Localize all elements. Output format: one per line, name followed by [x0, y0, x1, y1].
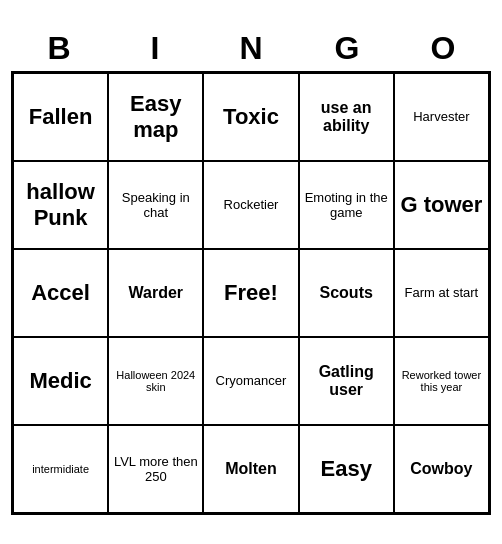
cell-text-r2-c1: Warder	[129, 284, 184, 302]
cell-r1-c4: G tower	[394, 161, 489, 249]
cell-text-r3-c0: Medic	[29, 368, 91, 394]
cell-r4-c2: Molten	[203, 425, 298, 513]
cell-r3-c2: Cryomancer	[203, 337, 298, 425]
cell-text-r0-c2: Toxic	[223, 104, 279, 130]
cell-text-r1-c0: hallow Punk	[18, 179, 103, 231]
cell-text-r3-c2: Cryomancer	[216, 373, 287, 388]
cell-r2-c4: Farm at start	[394, 249, 489, 337]
cell-text-r4-c3: Easy	[321, 456, 372, 482]
cell-text-r4-c2: Molten	[225, 460, 277, 478]
cell-text-r3-c4: Reworked tower this year	[399, 369, 484, 393]
cell-text-r2-c2: Free!	[224, 280, 278, 306]
cell-r3-c4: Reworked tower this year	[394, 337, 489, 425]
cell-r0-c4: Harvester	[394, 73, 489, 161]
cell-r2-c1: Warder	[108, 249, 203, 337]
cell-r3-c1: Halloween 2024 skin	[108, 337, 203, 425]
cell-r0-c1: Easy map	[108, 73, 203, 161]
header-n: N	[207, 30, 295, 67]
cell-text-r1-c4: G tower	[400, 192, 482, 218]
cell-r1-c1: Speaking in chat	[108, 161, 203, 249]
cell-text-r0-c4: Harvester	[413, 109, 469, 124]
cell-text-r2-c0: Accel	[31, 280, 90, 306]
cell-text-r3-c1: Halloween 2024 skin	[113, 369, 198, 393]
cell-text-r4-c4: Cowboy	[410, 460, 472, 478]
cell-r2-c2: Free!	[203, 249, 298, 337]
bingo-container: B I N G O FallenEasy mapToxicuse an abil…	[11, 30, 491, 515]
cell-r0-c3: use an ability	[299, 73, 394, 161]
cell-text-r4-c0: intermidiate	[32, 463, 89, 475]
cell-text-r0-c0: Fallen	[29, 104, 93, 130]
header-i: I	[111, 30, 199, 67]
header-b: B	[15, 30, 103, 67]
cell-r0-c2: Toxic	[203, 73, 298, 161]
cell-text-r2-c3: Scouts	[320, 284, 373, 302]
bingo-grid: FallenEasy mapToxicuse an abilityHarvest…	[11, 71, 491, 515]
cell-r4-c0: intermidiate	[13, 425, 108, 513]
cell-text-r1-c1: Speaking in chat	[113, 190, 198, 220]
cell-r4-c4: Cowboy	[394, 425, 489, 513]
cell-text-r4-c1: LVL more then 250	[113, 454, 198, 484]
cell-text-r0-c3: use an ability	[304, 99, 389, 135]
cell-r1-c3: Emoting in the game	[299, 161, 394, 249]
cell-r3-c0: Medic	[13, 337, 108, 425]
bingo-header: B I N G O	[11, 30, 491, 67]
cell-r0-c0: Fallen	[13, 73, 108, 161]
cell-r4-c1: LVL more then 250	[108, 425, 203, 513]
cell-r1-c2: Rocketier	[203, 161, 298, 249]
header-g: G	[303, 30, 391, 67]
cell-text-r1-c2: Rocketier	[224, 197, 279, 212]
cell-r1-c0: hallow Punk	[13, 161, 108, 249]
cell-r3-c3: Gatling user	[299, 337, 394, 425]
cell-text-r3-c3: Gatling user	[304, 363, 389, 399]
cell-r2-c0: Accel	[13, 249, 108, 337]
cell-r2-c3: Scouts	[299, 249, 394, 337]
cell-text-r1-c3: Emoting in the game	[304, 190, 389, 220]
cell-r4-c3: Easy	[299, 425, 394, 513]
header-o: O	[399, 30, 487, 67]
cell-text-r0-c1: Easy map	[113, 91, 198, 143]
cell-text-r2-c4: Farm at start	[405, 285, 479, 300]
